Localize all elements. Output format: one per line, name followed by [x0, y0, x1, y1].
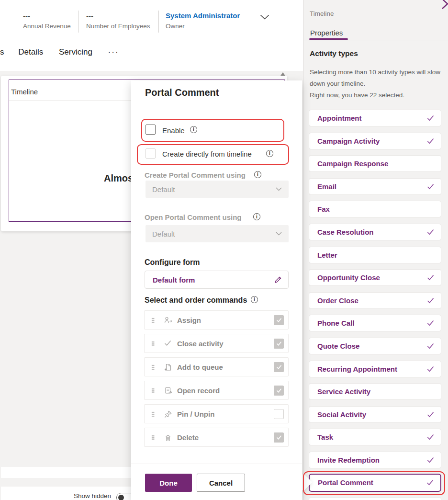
drag-handle-icon[interactable] [151, 435, 155, 440]
owner-link[interactable]: System Administrator [166, 11, 240, 20]
activity-name: Invite Redemption [317, 456, 380, 464]
employees-label: Number of Employees [86, 23, 150, 30]
create-using-value: Default [152, 185, 175, 193]
create-using-dropdown[interactable]: Default [146, 181, 289, 198]
command-row[interactable]: Pin / Unpin [144, 404, 289, 423]
tab-overflow-icon[interactable]: ··· [108, 47, 119, 57]
chevron-down-icon [276, 187, 282, 191]
activity-name: Opportunity Close [317, 273, 380, 282]
activity-card[interactable]: Social Activity [309, 406, 441, 423]
checkmark-icon [427, 411, 434, 418]
dialog-title: Portal Comment [145, 87, 219, 98]
create-using-info-icon[interactable] [254, 171, 261, 178]
drag-handle-icon[interactable] [151, 341, 155, 346]
command-checkbox[interactable] [274, 339, 284, 349]
open-using-label: Open Portal Comment using [145, 213, 242, 221]
activity-type-list: Appointment Campaign Activity Campaign R… [309, 110, 441, 497]
activity-card[interactable]: Case Resolution [309, 224, 441, 240]
checkmark-icon [427, 297, 434, 304]
command-label: Assign [177, 316, 274, 324]
activity-card[interactable]: Task [309, 429, 441, 445]
commands-heading: Select and order commands [145, 296, 247, 305]
command-label: Add to queue [177, 363, 274, 371]
header-divider [158, 11, 159, 33]
checkmark-icon [427, 320, 434, 326]
timeline-control-label: Timeline [11, 88, 38, 96]
drag-handle-icon[interactable] [151, 318, 155, 323]
done-button[interactable]: Done [145, 474, 192, 492]
activity-card[interactable]: Campaign Activity [309, 133, 441, 149]
activity-card[interactable]: Portal Comment [309, 474, 441, 492]
activity-card[interactable]: Campaign Response [309, 155, 441, 172]
configure-form-value: Default form [153, 276, 195, 284]
create-directly-checkbox[interactable] [146, 148, 156, 159]
checkmark-icon [427, 457, 434, 463]
command-checkbox[interactable] [274, 315, 284, 325]
command-row[interactable]: Add to queue [144, 357, 289, 376]
create-directly-label: Create directly from timeline [162, 150, 252, 158]
assign-icon [164, 317, 172, 324]
command-checkbox[interactable] [274, 432, 284, 443]
command-label: Pin / Unpin [177, 410, 274, 418]
header-chevron-down-icon[interactable] [260, 14, 269, 20]
activity-card[interactable]: Invite Redemption [309, 452, 441, 468]
activity-card[interactable]: Service Activity [309, 383, 441, 400]
activity-name: Letter [317, 251, 337, 259]
activity-card[interactable]: Opportunity Close [309, 269, 441, 286]
open-using-dropdown[interactable]: Default [146, 225, 289, 242]
activity-types-heading: Activity types [310, 49, 358, 58]
tab-servicing[interactable]: Servicing [59, 47, 92, 57]
create-directly-info-icon[interactable] [266, 150, 273, 157]
command-row[interactable]: Open record [144, 381, 289, 400]
annual-revenue-value: --- [23, 11, 71, 20]
drag-handle-icon[interactable] [151, 411, 155, 417]
activity-name: Appointment [317, 114, 361, 122]
activity-card[interactable]: Phone Call [309, 315, 441, 331]
open-record-icon [164, 387, 172, 394]
activity-card[interactable]: Email [309, 178, 441, 195]
enable-info-icon[interactable] [190, 126, 197, 133]
drag-handle-icon[interactable] [151, 388, 155, 393]
open-using-info-icon[interactable] [253, 213, 260, 220]
tab-properties[interactable]: Properties [310, 29, 343, 37]
edit-pencil-icon[interactable] [274, 275, 282, 284]
tab-details[interactable]: Details [18, 47, 43, 57]
activity-card[interactable]: Appointment [309, 110, 441, 126]
sidebar-breadcrumb: Timeline [310, 10, 334, 17]
note-line-1: Selecting more than 10 activity types wi… [310, 67, 442, 90]
field-number-of-employees: --- Number of Employees [86, 11, 150, 30]
command-checkbox[interactable] [274, 409, 284, 419]
sidebar-expand-chevron-icon[interactable] [441, 0, 448, 10]
activity-card[interactable]: Recurring Appointment [309, 361, 441, 377]
activity-name: Quote Close [317, 342, 359, 350]
configure-form-selector[interactable]: Default form [145, 271, 289, 289]
drag-handle-icon[interactable] [151, 364, 155, 370]
activity-name: Social Activity [317, 410, 366, 419]
owner-label: Owner [166, 23, 240, 30]
enable-checkbox[interactable] [146, 125, 156, 135]
checkmark-icon [427, 366, 434, 372]
activity-card[interactable]: Letter [309, 247, 441, 263]
note-line-2: Right now, you have 22 selected. [310, 90, 442, 101]
annual-revenue-label: Annual Revenue [23, 23, 71, 30]
app-root: { "colors": { "brand_purple": "#742774",… [0, 0, 448, 500]
command-checkbox[interactable] [274, 386, 284, 396]
activity-name: Recurring Appointment [317, 365, 397, 373]
pin-icon [164, 410, 172, 418]
activity-name: Email [317, 182, 336, 191]
checkmark-icon [427, 183, 434, 190]
activity-card-partial[interactable] [309, 497, 441, 500]
checkmark-icon [427, 343, 434, 349]
activity-name: Service Activity [317, 387, 370, 396]
command-row[interactable]: Assign [144, 310, 289, 330]
command-list: Assign Close activity [144, 310, 289, 451]
cancel-button[interactable]: Cancel [197, 474, 245, 492]
tab-partial[interactable]: s [0, 47, 4, 57]
activity-card[interactable]: Order Close [309, 292, 441, 309]
activity-card[interactable]: Quote Close [309, 338, 441, 354]
command-row[interactable]: Close activity [144, 334, 289, 353]
commands-info-icon[interactable] [251, 296, 258, 303]
command-row[interactable]: Delete [144, 428, 289, 447]
command-checkbox[interactable] [274, 362, 284, 372]
activity-card[interactable]: Fax [309, 201, 441, 217]
